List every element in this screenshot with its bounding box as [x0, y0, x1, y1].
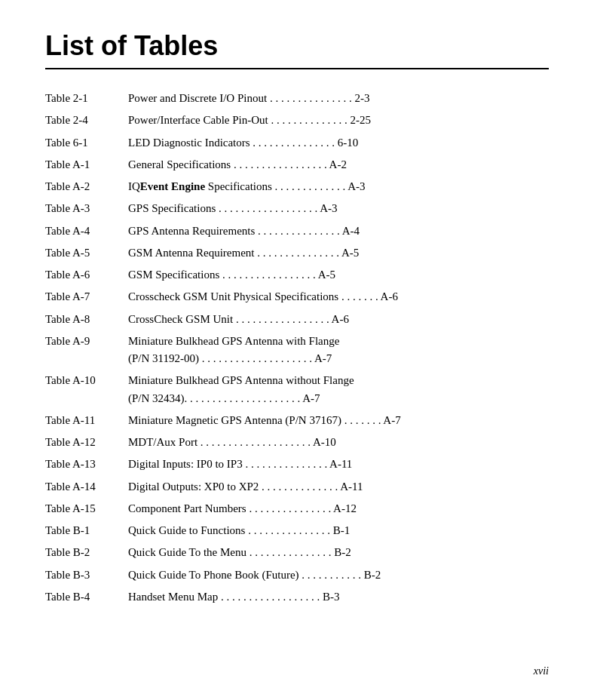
table-row: Table A-12MDT/Aux Port . . . . . . . . .… — [45, 431, 549, 453]
toc-label: Table B-2 — [45, 542, 128, 563]
table-row: Table B-3Quick Guide To Phone Book (Futu… — [45, 564, 549, 586]
table-row: Table A-4GPS Antenna Requirements . . . … — [45, 220, 549, 242]
toc-entry: Digital Inputs: IP0 to IP3 . . . . . . .… — [128, 453, 549, 475]
toc-label: Table A-10 — [45, 370, 128, 410]
toc-entry: Quick Guide To Phone Book (Future) . . .… — [128, 564, 549, 586]
toc-entry: General Specifications . . . . . . . . .… — [128, 154, 549, 176]
table-row: Table A-3GPS Specifications . . . . . . … — [45, 198, 549, 220]
table-row: Table A-11Miniature Magnetic GPS Antenna… — [45, 410, 549, 431]
table-row: Table A-2IQEvent Engine Specifications .… — [45, 176, 549, 198]
table-row: Table B-4Handset Menu Map . . . . . . . … — [45, 586, 549, 608]
toc-label: Table A-13 — [45, 453, 128, 475]
page-title: List of Tables — [45, 30, 549, 62]
table-row: Table 2-1Power and Discrete I/O Pinout .… — [45, 88, 549, 109]
toc-entry: Digital Outputs: XP0 to XP2 . . . . . . … — [128, 476, 549, 498]
title-divider — [45, 68, 549, 69]
table-row: Table 6-1LED Diagnostic Indicators . . .… — [45, 132, 549, 154]
toc-entry: Component Part Numbers . . . . . . . . .… — [128, 498, 549, 520]
toc-entry: Miniature Bulkhead GPS Antenna with Flan… — [128, 330, 549, 370]
toc-entry: LED Diagnostic Indicators . . . . . . . … — [128, 132, 549, 154]
toc-label: Table A-4 — [45, 220, 128, 242]
toc-entry: Miniature Bulkhead GPS Antenna without F… — [128, 370, 549, 410]
toc-label: Table A-5 — [45, 242, 128, 264]
toc-entry: Power/Interface Cable Pin-Out . . . . . … — [128, 109, 549, 131]
toc-entry: MDT/Aux Port . . . . . . . . . . . . . .… — [128, 431, 549, 453]
toc-label: Table 6-1 — [45, 132, 128, 154]
table-row: Table A-6GSM Specifications . . . . . . … — [45, 264, 549, 286]
toc-label: Table 2-4 — [45, 109, 128, 131]
toc-entry: CrossCheck GSM Unit . . . . . . . . . . … — [128, 309, 549, 330]
table-row: Table A-8CrossCheck GSM Unit . . . . . .… — [45, 309, 549, 330]
toc-entry: Quick Guide To the Menu . . . . . . . . … — [128, 542, 549, 563]
toc-label: Table A-12 — [45, 431, 128, 453]
toc-label: Table A-2 — [45, 176, 128, 198]
toc-label: Table A-3 — [45, 198, 128, 220]
table-row: Table A-13Digital Inputs: IP0 to IP3 . .… — [45, 453, 549, 475]
toc-entry: Crosscheck GSM Unit Physical Specificati… — [128, 286, 549, 308]
toc-label: Table 2-1 — [45, 88, 128, 109]
toc-entry: GSM Antenna Requirement . . . . . . . . … — [128, 242, 549, 264]
table-row: Table A-14Digital Outputs: XP0 to XP2 . … — [45, 476, 549, 498]
table-row: Table A-7Crosscheck GSM Unit Physical Sp… — [45, 286, 549, 308]
toc-entry: Miniature Magnetic GPS Antenna (P/N 3716… — [128, 410, 549, 431]
table-row: Table A-10Miniature Bulkhead GPS Antenna… — [45, 370, 549, 410]
toc-label: Table A-8 — [45, 309, 128, 330]
toc-label: Table A-7 — [45, 286, 128, 308]
table-row: Table A-5GSM Antenna Requirement . . . .… — [45, 242, 549, 264]
page-footer: xvii — [534, 665, 549, 677]
toc-label: Table A-11 — [45, 410, 128, 431]
toc-entry: IQEvent Engine Specifications . . . . . … — [128, 176, 549, 198]
toc-label: Table B-4 — [45, 586, 128, 608]
toc-label: Table B-3 — [45, 564, 128, 586]
toc-entry: Quick Guide to Functions . . . . . . . .… — [128, 520, 549, 542]
toc-label: Table A-14 — [45, 476, 128, 498]
toc-label: Table A-1 — [45, 154, 128, 176]
toc-entry: GSM Specifications . . . . . . . . . . .… — [128, 264, 549, 286]
toc-table: Table 2-1Power and Discrete I/O Pinout .… — [45, 88, 549, 608]
toc-label: Table A-15 — [45, 498, 128, 520]
table-row: Table B-2Quick Guide To the Menu . . . .… — [45, 542, 549, 563]
table-row: Table 2-4Power/Interface Cable Pin-Out .… — [45, 109, 549, 131]
toc-label: Table A-9 — [45, 330, 128, 370]
table-row: Table A-15Component Part Numbers . . . .… — [45, 498, 549, 520]
table-row: Table A-1General Specifications . . . . … — [45, 154, 549, 176]
toc-label: Table A-6 — [45, 264, 128, 286]
toc-label: Table B-1 — [45, 520, 128, 542]
toc-entry: GPS Antenna Requirements . . . . . . . .… — [128, 220, 549, 242]
toc-entry: Handset Menu Map . . . . . . . . . . . .… — [128, 586, 549, 608]
toc-entry: Power and Discrete I/O Pinout . . . . . … — [128, 88, 549, 109]
table-row: Table A-9Miniature Bulkhead GPS Antenna … — [45, 330, 549, 370]
toc-entry: GPS Specifications . . . . . . . . . . .… — [128, 198, 549, 220]
table-row: Table B-1Quick Guide to Functions . . . … — [45, 520, 549, 542]
